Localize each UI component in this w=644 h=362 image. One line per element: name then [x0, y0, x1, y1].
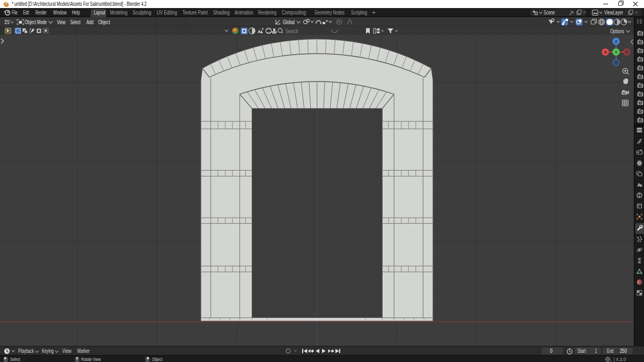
svg-text:X: X [604, 50, 606, 55]
svg-text:2: 2 [610, 359, 612, 362]
svg-text:Z: Z [615, 39, 618, 44]
svg-text:Y: Y [614, 50, 617, 55]
